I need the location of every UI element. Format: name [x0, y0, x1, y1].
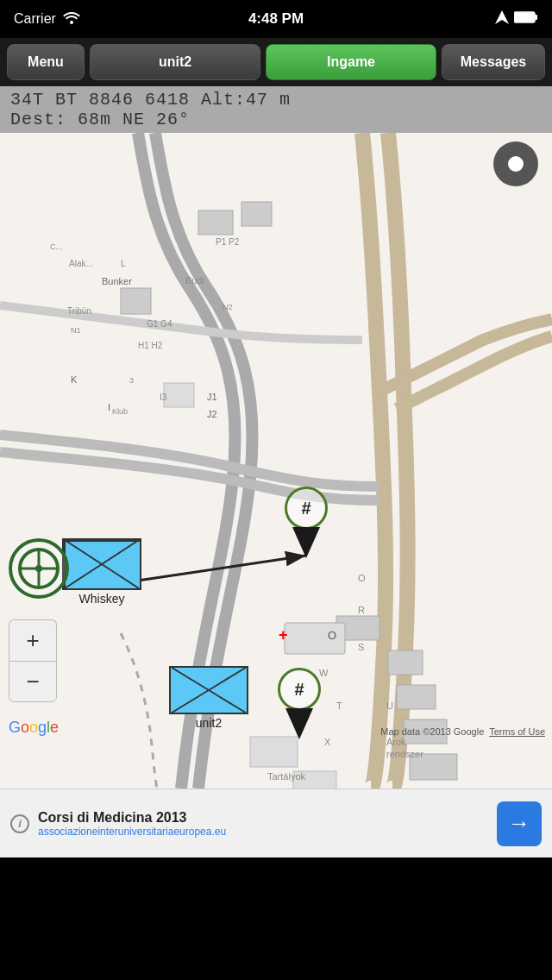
svg-text:Bunker: Bunker: [102, 276, 132, 286]
ad-arrow-icon: →: [508, 810, 530, 837]
svg-point-56: [35, 565, 42, 572]
svg-rect-6: [242, 202, 272, 226]
waypoint-marker-lower[interactable]: #: [278, 668, 321, 739]
ingame-button[interactable]: Ingame: [266, 44, 436, 80]
svg-text:I: I: [108, 402, 110, 412]
coord-line2: Dest: 68m NE 26°: [10, 110, 542, 129]
svg-text:3: 3: [129, 376, 134, 385]
unit2-button[interactable]: unit2: [90, 44, 260, 80]
svg-rect-11: [397, 685, 436, 709]
map-attribution: Map data ©2013 Google Terms of Use: [380, 726, 545, 737]
svg-marker-0: [495, 10, 509, 24]
ad-subtitle: associazioneinteruniversitariaeuropea.eu: [38, 826, 488, 838]
zoom-out-button[interactable]: −: [9, 661, 57, 702]
svg-text:+: +: [279, 626, 288, 644]
waypoint-marker-upper[interactable]: #: [285, 487, 328, 558]
map-background: Bunker I K J1 J2 Budi G1 G4 H1 H2 P1 P2 …: [0, 133, 552, 788]
ad-arrow-button[interactable]: →: [497, 801, 542, 846]
map-area[interactable]: Bunker I K J1 J2 Budi G1 G4 H1 H2 P1 P2 …: [0, 133, 552, 788]
svg-rect-8: [164, 383, 194, 407]
svg-text:K: K: [71, 374, 78, 385]
unit2-box: [169, 666, 248, 714]
waypoint-triangle-lower: [285, 708, 313, 739]
messages-button[interactable]: Messages: [442, 44, 545, 80]
zoom-controls: + −: [9, 619, 57, 702]
svg-text:O: O: [358, 573, 366, 583]
svg-text:R: R: [358, 605, 365, 615]
carrier-label: Carrier: [14, 11, 56, 27]
svg-text:N1: N1: [71, 326, 81, 335]
svg-text:J2: J2: [207, 409, 217, 419]
location-arrow-icon: [495, 10, 509, 28]
location-pin[interactable]: [493, 141, 538, 186]
svg-text:O: O: [328, 629, 336, 642]
svg-rect-5: [198, 210, 233, 235]
svg-rect-7: [121, 288, 151, 314]
wifi-icon: [63, 10, 80, 28]
svg-text:rendszer: rendszer: [386, 749, 423, 759]
svg-text:S: S: [358, 642, 364, 652]
svg-rect-10: [388, 650, 423, 675]
terms-of-use-link[interactable]: Terms of Use: [489, 726, 545, 737]
svg-text:Tartályok: Tartályok: [267, 771, 306, 782]
svg-text:G1 G4: G1 G4: [147, 319, 172, 329]
svg-text:Árok: Árok: [386, 737, 406, 747]
svg-text:L: L: [121, 259, 126, 268]
ad-info-icon: i: [10, 814, 29, 833]
nav-bar: Menu unit2 Ingame Messages: [0, 38, 552, 86]
svg-text:H1 H2: H1 H2: [138, 341, 163, 350]
unit-unit2[interactable]: unit2: [169, 666, 248, 730]
waypoint-triangle-upper: [292, 527, 320, 558]
coord-line1: 34T BT 8846 6418 Alt:47 m: [10, 90, 542, 110]
svg-line-49: [65, 540, 139, 588]
whiskey-label: Whiskey: [79, 592, 125, 606]
svg-text:Klub: Klub: [112, 407, 128, 416]
zoom-in-button[interactable]: +: [9, 619, 57, 661]
svg-text:I3: I3: [160, 393, 167, 402]
google-logo: Google: [9, 719, 59, 737]
svg-text:C...: C...: [50, 242, 62, 251]
unit-whiskey[interactable]: Whiskey: [62, 538, 141, 606]
svg-rect-3: [535, 15, 537, 20]
svg-line-50: [65, 540, 139, 588]
time-label: 4:48 PM: [248, 10, 304, 27]
compass[interactable]: [9, 538, 69, 599]
svg-text:Tribün: Tribün: [67, 306, 91, 316]
svg-rect-2: [515, 13, 534, 22]
map-data-label: Map data ©2013 Google: [380, 726, 484, 737]
ad-title: Corsi di Medicina 2013: [38, 810, 488, 826]
svg-text:Budi: Budi: [185, 275, 204, 286]
svg-rect-14: [250, 737, 298, 767]
menu-button[interactable]: Menu: [7, 44, 85, 80]
svg-text:T: T: [336, 700, 342, 711]
waypoint-circle-lower: #: [278, 668, 321, 711]
compass-circle: [9, 538, 69, 599]
svg-text:Alak...: Alak...: [69, 259, 93, 268]
waypoint-circle-upper: #: [285, 487, 328, 530]
unit2-label: unit2: [196, 716, 222, 730]
svg-text:P1 P2: P1 P2: [216, 237, 240, 247]
status-bar: Carrier 4:48 PM: [0, 0, 552, 38]
ad-text: Corsi di Medicina 2013 associazioneinter…: [38, 810, 488, 838]
ad-banner[interactable]: i Corsi di Medicina 2013 associazioneint…: [0, 788, 552, 858]
battery-icon: [514, 10, 538, 28]
coord-bar: 34T BT 8846 6418 Alt:47 m Dest: 68m NE 2…: [0, 86, 552, 133]
svg-text:N2: N2: [223, 303, 233, 311]
svg-text:X: X: [324, 737, 331, 747]
svg-text:U: U: [386, 700, 393, 711]
whiskey-box: [62, 538, 141, 590]
svg-text:J1: J1: [207, 392, 217, 402]
